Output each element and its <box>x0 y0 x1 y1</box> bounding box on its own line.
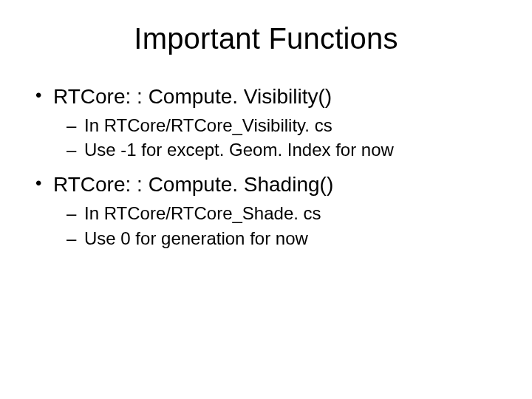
sub-list-item: Use -1 for except. Geom. Index for now <box>66 138 502 161</box>
slide-title: Important Functions <box>30 22 502 55</box>
sub-list: In RTCore/RTCore_Visibility. cs Use -1 f… <box>66 114 502 161</box>
list-item: RTCore: : Compute. Visibility() In RTCor… <box>33 83 502 161</box>
list-item-text: RTCore: : Compute. Shading() <box>53 173 333 196</box>
list-item: RTCore: : Compute. Shading() In RTCore/R… <box>33 171 502 249</box>
list-item-text: RTCore: : Compute. Visibility() <box>53 85 332 108</box>
sub-list-item: In RTCore/RTCore_Visibility. cs <box>66 114 502 137</box>
sub-list-item: In RTCore/RTCore_Shade. cs <box>66 202 502 225</box>
sub-list: In RTCore/RTCore_Shade. cs Use 0 for gen… <box>66 202 502 249</box>
slide: Important Functions RTCore: : Compute. V… <box>0 0 532 399</box>
sub-list-item: Use 0 for generation for now <box>66 227 502 250</box>
bullet-list: RTCore: : Compute. Visibility() In RTCor… <box>33 83 502 250</box>
